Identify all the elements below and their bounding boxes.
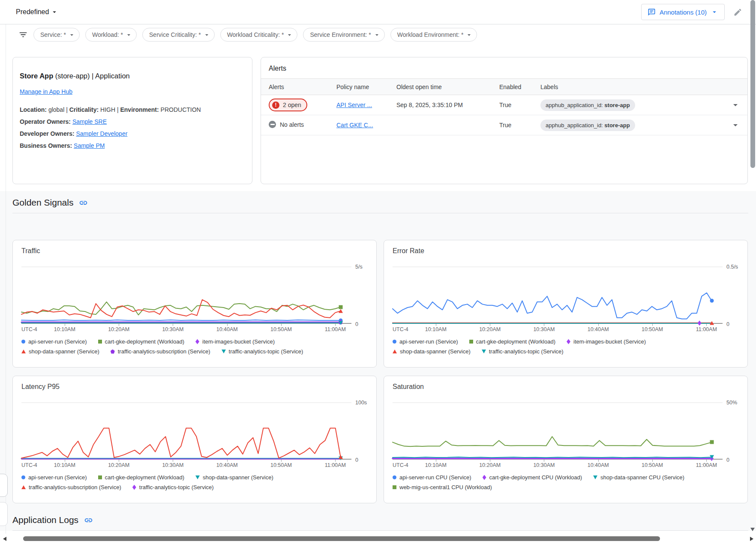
scroll-right-arrow[interactable] — [750, 537, 753, 541]
legend-item[interactable]: cart-gke-deployment (Workload) — [469, 338, 555, 345]
legend-item[interactable]: api-server-run CPU (Service) — [393, 474, 471, 481]
collapsed-panel-handle[interactable] — [0, 502, 8, 526]
axis-tick — [281, 324, 282, 326]
owner-line: Operator Owners: Sample SRE — [20, 117, 242, 126]
axis-tick-label: 11:00AM — [325, 462, 346, 468]
legend-item[interactable]: shop-data-spanner (Service) — [393, 348, 471, 355]
row-expand-button[interactable] — [723, 120, 747, 130]
axis-tick — [598, 460, 599, 462]
y-zero-label: 0 — [355, 321, 358, 327]
annotation-icon — [648, 8, 656, 16]
owner-link[interactable]: Sample SRE — [72, 118, 107, 125]
filter-chip[interactable]: Workload Criticality: * — [220, 28, 298, 42]
triangle-up-glyph — [339, 455, 343, 459]
axis-tick-label: 10:50AM — [642, 462, 663, 468]
legend-item[interactable]: shop-data-spanner (Service) — [21, 348, 99, 355]
policy-link[interactable]: API Server ... — [336, 102, 372, 108]
axis-tick-label: 10:40AM — [216, 462, 238, 468]
app-meta-line: Location: global | Criticality: HIGH | E… — [20, 105, 242, 114]
axis-tick — [436, 460, 436, 462]
vertical-scrollbar-thumb[interactable] — [750, 0, 755, 168]
chevron-down-icon — [465, 31, 473, 39]
row-expand-button[interactable] — [723, 100, 747, 110]
timezone-label: UTC-4 — [393, 326, 408, 332]
summary-section: Store App (store-app) | Application Mana… — [0, 46, 756, 191]
axis-tick-label: 10:30AM — [533, 326, 555, 332]
chart-title: Saturation — [393, 383, 747, 391]
x-axis: UTC-4 10:10AM10:20AM10:30AM10:40AM10:50A… — [393, 324, 723, 333]
owner-line: Business Owners: Sample PM — [20, 141, 242, 150]
legend-item[interactable]: traffic-analytics-topic (Service) — [132, 484, 214, 490]
filter-chip[interactable]: Service: * — [33, 28, 80, 42]
triangle-down-glyph — [195, 475, 200, 479]
filter-chips: Service: *Workload: *Service Criticality… — [33, 28, 477, 42]
edit-pencil-icon[interactable] — [733, 8, 742, 17]
diamond-glyph — [567, 339, 570, 344]
filter-chip[interactable]: Workload: * — [85, 28, 137, 42]
chart-plot-area[interactable]: 0.5/s 0 — [393, 262, 723, 324]
legend-item[interactable]: api-server-run (Service) — [21, 474, 87, 481]
alert-row: !2 open API Server ... Sep 8, 2025, 3:35… — [261, 95, 747, 115]
legend-item[interactable]: shop-data-spanner (Service) — [195, 474, 273, 481]
legend-item[interactable]: item-images-bucket (Service) — [567, 338, 646, 345]
legend-item[interactable]: traffic-analytics-subscription (Service) — [111, 348, 210, 355]
axis-tick-label: 10:20AM — [479, 462, 501, 468]
filter-chip[interactable]: Service Environment: * — [303, 28, 384, 42]
legend-item[interactable]: web-mig-us-central1 CPU (Workload) — [393, 484, 492, 490]
timezone-label: UTC-4 — [393, 462, 408, 468]
legend-label: api-server-run (Service) — [28, 338, 87, 345]
legend-item[interactable]: item-images-bucket (Service) — [195, 338, 275, 345]
legend-item[interactable]: traffic-analytics-subscription (Service) — [21, 484, 121, 490]
triangle-down-glyph — [482, 350, 486, 353]
legend-item[interactable]: traffic-analytics-topic (Service) — [222, 348, 303, 355]
chart-title: Traffic — [21, 247, 376, 255]
policy-link[interactable]: Cart GKE C... — [336, 122, 373, 129]
legend-item[interactable]: api-server-run (Service) — [393, 338, 458, 345]
column-header: Enabled — [499, 84, 540, 90]
legend-item[interactable]: shop-data-spanner CPU (Service) — [593, 474, 684, 481]
legend-item[interactable]: cart-gke-deployment (Workload) — [98, 474, 184, 481]
legend-item[interactable]: cart-gke-deployment (Workload) — [98, 338, 184, 345]
axis-tick — [335, 460, 336, 462]
axis-tick-label: 10:50AM — [270, 326, 292, 332]
collapsed-panel-handle[interactable] — [0, 474, 8, 497]
column-header: Policy name — [336, 84, 396, 90]
circle-glyph — [710, 299, 714, 303]
chart-card-traffic: Traffic 5/s 0 UTC-4 10:10AM10:20AM10:30A… — [12, 240, 377, 368]
triangle-down-glyph — [222, 350, 226, 353]
link-icon[interactable] — [84, 516, 93, 525]
filter-chip[interactable]: Service Criticality: * — [142, 28, 215, 42]
filter-icon[interactable] — [18, 30, 28, 39]
legend-item[interactable]: api-server-run (Service) — [21, 338, 87, 345]
legend-label: shop-data-spanner (Service) — [29, 348, 99, 355]
scroll-down-arrow[interactable] — [750, 528, 755, 531]
manage-app-hub-link[interactable]: Manage in App Hub — [20, 88, 72, 95]
owner-link[interactable]: Sample PM — [74, 142, 105, 149]
link-icon[interactable] — [79, 198, 88, 207]
alerts-table-header: AlertsPolicy nameOldest open timeEnabled… — [261, 78, 747, 95]
annotations-button[interactable]: Annotations (10) — [641, 4, 725, 20]
triangle-down-glyph — [710, 455, 714, 459]
legend-row: shop-data-spanner (Service)traffic-analy… — [21, 348, 376, 355]
chart-plot-area[interactable]: 5/s 0 — [21, 262, 351, 324]
legend-item[interactable]: traffic-analytics-topic (Service) — [482, 348, 564, 355]
chart-plot-area[interactable]: 50% 0 — [393, 398, 723, 460]
scroll-left-arrow[interactable] — [3, 537, 6, 541]
legend-item[interactable]: cart-gke-deployment CPU (Workload) — [483, 474, 582, 481]
horizontal-scrollbar-thumb[interactable] — [23, 536, 660, 541]
triangle-up-glyph — [393, 350, 397, 353]
owner-link[interactable]: Sampler Developer — [76, 130, 128, 137]
legend-label: traffic-analytics-topic (Service) — [489, 348, 564, 355]
filter-chip[interactable]: Workload Environment: * — [390, 28, 477, 42]
no-alerts-icon — [269, 121, 276, 128]
app-title: Store App (store-app) | Application — [20, 72, 242, 80]
chevron-down-icon — [68, 31, 75, 39]
chart-card-saturation: Saturation 50% 0 UTC-4 10:10AM10:20AM10:… — [384, 376, 748, 503]
axis-tick-label: 10:20AM — [108, 462, 129, 468]
alert-open-badge: !2 open — [269, 99, 307, 111]
chart-legend: api-server-run (Service)cart-gke-deploym… — [21, 474, 376, 490]
chart-plot-area[interactable]: 100s 0 — [21, 398, 351, 460]
axis-tick — [65, 460, 65, 462]
chart-svg — [393, 262, 723, 324]
view-selector[interactable]: Predefined — [16, 8, 58, 16]
